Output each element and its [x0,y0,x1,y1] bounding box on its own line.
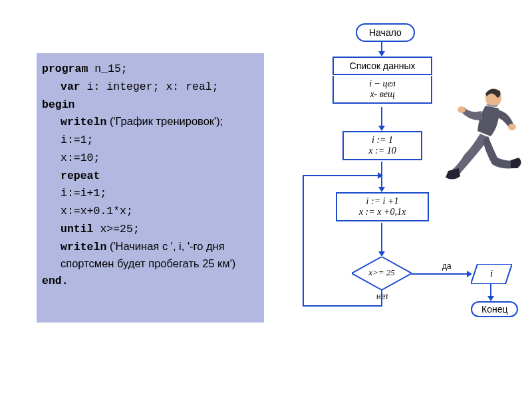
svg-point-3 [508,124,516,130]
data-title: Список данных [350,61,416,71]
connector [412,273,468,275]
flow-start: Начало [356,23,415,42]
connector [490,284,491,297]
flow-end: Конец [471,301,518,317]
code-panel: program n_15; var i: integer; x: real; b… [37,53,264,323]
code-text: i:=1; [61,134,94,146]
kw-writeln: writeln [61,241,106,253]
connector [381,290,382,307]
kw-begin: begin [42,98,75,111]
yes-label: да [442,261,452,271]
connector [303,305,382,307]
code-text: i: integer; x: real; [80,80,219,93]
no-label: нет [376,292,388,301]
arrow-icon [378,51,385,57]
flow-decision: x>= 25 [352,257,412,290]
flow-output: i [471,264,512,284]
body-line: x := x +0,1x [359,207,406,217]
kw-until: until [61,223,94,235]
init-line: i := 1 [372,135,393,146]
kw-writeln: writeln [61,116,106,128]
flowchart: Начало Список данных i − цел x- вещ i :=… [299,23,525,369]
code-text: n_15; [88,63,127,75]
arrow-icon [378,172,383,179]
svg-point-4 [458,106,466,113]
kw-end: end. [42,275,68,287]
data-line: i − цел [369,78,396,89]
code-text: ('График тренировок'); [106,115,223,127]
code-text: x:=10; [61,152,100,164]
code-text: x:=x+0.1*x; [61,205,133,217]
flow-data: Список данных [332,57,432,75]
cond-label: x>= 25 [352,267,412,278]
code-text: i:=i+1; [61,187,106,200]
connector [303,175,304,307]
body-line: i := i +1 [366,196,399,207]
connector [381,107,382,127]
runner-image [439,83,525,190]
flow-body: i := i +1 x := x +0,1x [336,192,429,221]
arrow-icon [378,126,385,131]
end-label: Конец [481,304,507,315]
init-line: x := 10 [368,146,396,156]
arrow-icon [378,251,385,257]
kw-program: program [42,63,88,75]
connector [303,175,381,176]
start-label: Начало [369,27,402,38]
output-label: i [471,268,512,279]
code-text: x>=25; [94,223,140,235]
flow-data-types: i − цел x- вещ [332,76,432,104]
connector [381,223,382,253]
arrow-icon [378,187,385,192]
data-line: x- вещ [370,89,394,100]
flow-init: i := 1 x := 10 [342,131,422,160]
kw-repeat: repeat [61,170,100,182]
arrow-icon [487,296,494,301]
kw-var: var [61,80,80,93]
